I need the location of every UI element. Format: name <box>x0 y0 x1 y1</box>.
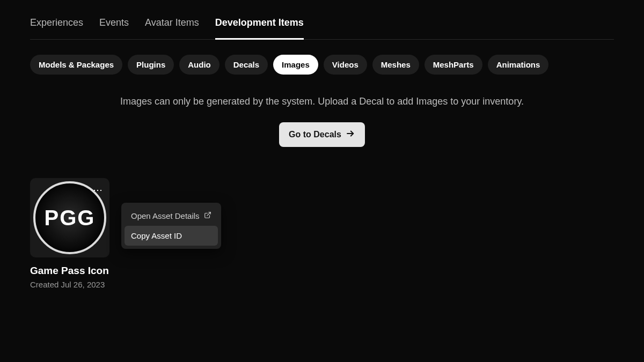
filter-chip-meshes[interactable]: Meshes <box>372 55 419 75</box>
tab-events[interactable]: Events <box>99 11 129 39</box>
filter-chip-videos[interactable]: Videos <box>324 55 367 75</box>
filter-chip-images[interactable]: Images <box>273 55 318 75</box>
go-to-decals-label: Go to Decals <box>289 130 341 139</box>
asset-title: Game Pass Icon <box>30 265 109 277</box>
external-link-icon <box>204 211 211 220</box>
filter-chip-audio[interactable]: Audio <box>179 55 219 75</box>
copy-asset-id-item[interactable]: Copy Asset ID <box>125 226 218 246</box>
asset-more-button[interactable]: ⋯ <box>89 181 106 198</box>
copy-asset-id-label: Copy Asset ID <box>131 231 182 240</box>
go-to-decals-button[interactable]: Go to Decals <box>279 122 365 147</box>
filter-chip-decals[interactable]: Decals <box>225 55 268 75</box>
asset-context-menu: Open Asset Details Copy Asset ID <box>121 203 221 249</box>
asset-thumb-text: PGG <box>45 206 96 230</box>
tab-avatar-items[interactable]: Avatar Items <box>145 11 199 39</box>
asset-created-date: Created Jul 26, 2023 <box>30 280 109 289</box>
tab-development-items[interactable]: Development Items <box>215 11 304 40</box>
notice-text: Images can only be generated by the syst… <box>30 96 614 107</box>
system-notice: Images can only be generated by the syst… <box>30 96 614 147</box>
arrow-right-icon <box>346 129 355 141</box>
filter-chip-animations[interactable]: Animations <box>488 55 549 75</box>
asset-card[interactable]: PGG ⋯ Game Pass Icon Created Jul 26, 202… <box>30 178 109 289</box>
ellipsis-icon: ⋯ <box>93 184 103 196</box>
filter-chips: Models & PackagesPluginsAudioDecalsImage… <box>30 55 614 75</box>
open-asset-details-label: Open Asset Details <box>131 211 200 220</box>
open-asset-details-item[interactable]: Open Asset Details <box>125 206 218 226</box>
main-tabs: ExperiencesEventsAvatar ItemsDevelopment… <box>30 11 614 40</box>
asset-thumbnail[interactable]: PGG ⋯ <box>30 178 109 257</box>
filter-chip-meshparts[interactable]: MeshParts <box>425 55 482 75</box>
filter-chip-models-packages[interactable]: Models & Packages <box>30 55 122 75</box>
filter-chip-plugins[interactable]: Plugins <box>128 55 174 75</box>
svg-line-1 <box>207 212 210 216</box>
tab-experiences[interactable]: Experiences <box>30 11 83 39</box>
